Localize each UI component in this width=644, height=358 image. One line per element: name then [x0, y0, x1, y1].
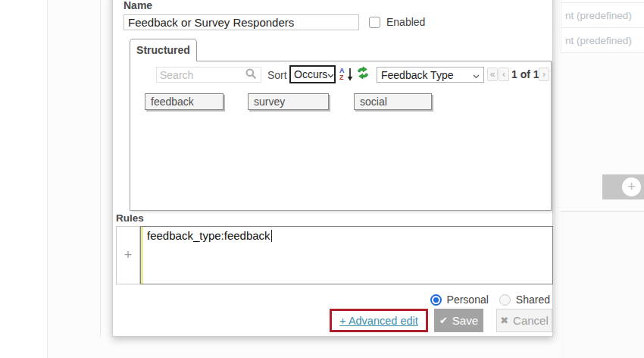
refresh-swap-icon[interactable]: [356, 66, 370, 80]
cancel-button[interactable]: ✖ Cancel: [496, 309, 552, 332]
cancel-label: Cancel: [513, 314, 549, 327]
enabled-checkbox[interactable]: [369, 17, 380, 28]
enabled-label[interactable]: Enabled: [386, 16, 425, 28]
sort-label: Sort: [267, 69, 287, 81]
pager-prev-button[interactable]: ‹: [499, 68, 509, 81]
pager-next-button[interactable]: ›: [539, 68, 549, 81]
predefined-segment-list: nt (predefined) nt (predefined) nt (pred…: [561, 0, 644, 53]
enabled-field: Enabled: [369, 16, 425, 28]
add-rule-button[interactable]: +: [116, 226, 140, 284]
facet-value-button-feedback[interactable]: feedback: [145, 93, 224, 110]
text-caret: [271, 230, 272, 242]
tab-structured[interactable]: Structured: [130, 39, 197, 61]
rules-label: Rules: [116, 212, 144, 224]
close-icon: ✖: [500, 315, 508, 326]
rules-editor: + feedback_type:feedback: [116, 226, 553, 284]
sort-az-icon[interactable]: A Z: [339, 68, 354, 82]
plus-icon: +: [622, 177, 641, 196]
advanced-edit-highlight-box: + Advanced edit: [330, 309, 428, 332]
sort-selected-value: Occurs: [294, 68, 327, 80]
search-icon: [245, 68, 257, 83]
structured-panel: Sort Occurs A Z: [130, 61, 552, 211]
rules-text: feedback_type:feedback: [147, 229, 270, 242]
personal-label[interactable]: Personal: [447, 294, 489, 306]
save-button[interactable]: ✔ Save: [434, 309, 483, 332]
name-input[interactable]: [123, 14, 359, 30]
radio-shared[interactable]: [499, 294, 511, 306]
pager-status: 1 of 1: [511, 68, 539, 80]
list-item[interactable]: nt (predefined): [561, 28, 644, 53]
facet-selected-value: Feedback Type: [381, 69, 453, 81]
radio-personal[interactable]: [430, 294, 442, 306]
check-icon: ✔: [439, 315, 448, 326]
facet-value-button-social[interactable]: social: [354, 93, 432, 110]
screen: nt (predefined) nt (predefined) nt (pred…: [0, 0, 644, 358]
chevron-down-icon: [473, 68, 480, 82]
facet-field-select[interactable]: Feedback Type: [377, 67, 484, 83]
advanced-edit-link[interactable]: + Advanced edit: [339, 315, 418, 327]
save-label: Save: [452, 314, 478, 327]
chevron-down-icon: [327, 68, 334, 81]
segment-edit-dialog: Name Enabled Structured Sort Occurs: [112, 0, 553, 337]
add-button[interactable]: +: [602, 174, 644, 199]
rules-left-stripe: [141, 227, 143, 284]
visibility-options: Personal Shared: [430, 294, 550, 306]
list-item[interactable]: nt (predefined): [561, 3, 644, 28]
facet-value-button-survey[interactable]: survey: [248, 93, 329, 110]
name-label: Name: [123, 0, 152, 11]
search-input[interactable]: [160, 68, 245, 81]
background-divider-line: [100, 0, 101, 336]
rules-textarea[interactable]: feedback_type:feedback: [140, 226, 553, 284]
left-sidebar-strip: [0, 0, 48, 358]
search-field: [156, 67, 261, 83]
sort-select[interactable]: Occurs: [289, 65, 336, 83]
shared-label[interactable]: Shared: [516, 294, 550, 306]
pager-first-button[interactable]: «: [487, 68, 498, 81]
background-section-panel: [561, 211, 644, 358]
